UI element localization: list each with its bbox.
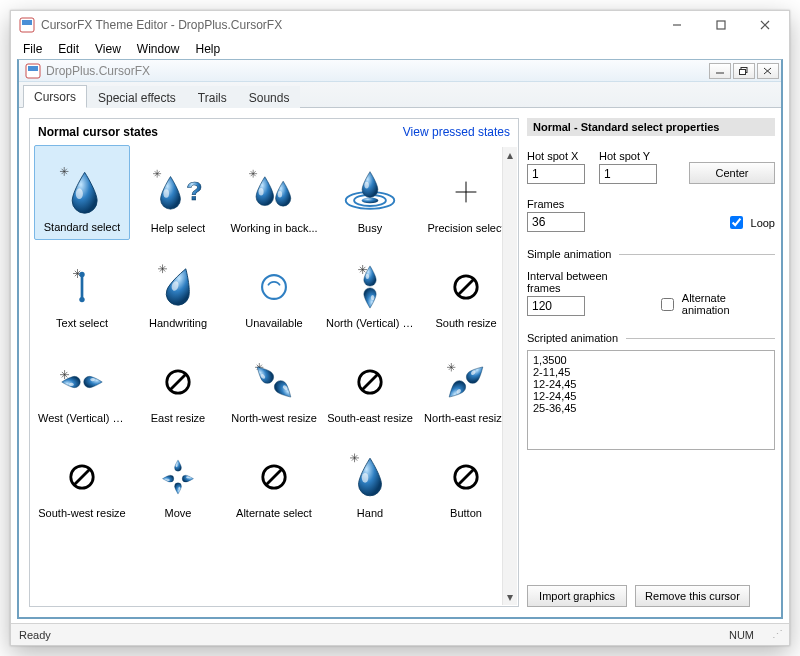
- resize-grip-icon[interactable]: ⋰: [772, 628, 781, 641]
- cursor-label: North (Vertical) r...: [326, 317, 414, 329]
- tab-cursors[interactable]: Cursors: [23, 85, 87, 108]
- cursor-label: East resize: [151, 412, 205, 424]
- cursor-item[interactable]: South resize: [418, 240, 514, 335]
- view-pressed-states-link[interactable]: View pressed states: [403, 125, 510, 139]
- cursor-thumbnail: [438, 356, 494, 408]
- cursor-item[interactable]: South-west resize: [34, 430, 130, 525]
- loop-checkbox[interactable]: [730, 216, 743, 229]
- cursor-label: Precision select: [427, 222, 504, 234]
- app-title: CursorFX Theme Editor - DropPlus.CursorF…: [41, 18, 655, 32]
- properties-title: Normal - Standard select properties: [527, 118, 775, 136]
- svg-text:?: ?: [186, 176, 202, 206]
- svg-rect-1: [22, 20, 32, 25]
- hotspot-y-label: Hot spot Y: [599, 150, 657, 162]
- cursor-item[interactable]: Hand: [322, 430, 418, 525]
- cursor-label: South-west resize: [38, 507, 125, 519]
- cursor-label: Button: [450, 507, 482, 519]
- hotspot-y-input[interactable]: [599, 164, 657, 184]
- cursor-label: Text select: [56, 317, 108, 329]
- script-textarea[interactable]: [527, 350, 775, 450]
- menu-edit[interactable]: Edit: [50, 40, 87, 58]
- document-icon: [25, 63, 41, 79]
- cursor-label: Move: [165, 507, 192, 519]
- cursor-item[interactable]: Standard select: [34, 145, 130, 240]
- cursor-item[interactable]: North (Vertical) r...: [322, 240, 418, 335]
- menu-file[interactable]: File: [15, 40, 50, 58]
- cursor-label: South-east resize: [327, 412, 413, 424]
- content-area: Normal cursor states View pressed states…: [19, 108, 781, 617]
- tab-sounds[interactable]: Sounds: [238, 86, 301, 108]
- cursor-thumbnail: [246, 356, 302, 408]
- cursor-item[interactable]: Handwriting: [130, 240, 226, 335]
- document-restore-button[interactable]: [733, 63, 755, 79]
- menu-help[interactable]: Help: [188, 40, 229, 58]
- cursor-label: Help select: [151, 222, 205, 234]
- cursor-item[interactable]: North-east resize: [418, 335, 514, 430]
- titlebar: CursorFX Theme Editor - DropPlus.CursorF…: [11, 11, 789, 39]
- document-minimize-button[interactable]: [709, 63, 731, 79]
- cursor-item[interactable]: Busy: [322, 145, 418, 240]
- center-button[interactable]: Center: [689, 162, 775, 184]
- svg-point-22: [262, 275, 286, 299]
- divider: [626, 338, 775, 339]
- app-window: CursorFX Theme Editor - DropPlus.CursorF…: [10, 10, 790, 646]
- cursor-label: Working in back...: [230, 222, 317, 234]
- status-text: Ready: [19, 629, 51, 641]
- scroll-down-arrow-icon[interactable]: ▾: [503, 589, 517, 605]
- document-close-button[interactable]: [757, 63, 779, 79]
- properties-panel: Normal - Standard select properties Hot …: [527, 118, 775, 607]
- cursor-thumbnail: [150, 356, 206, 408]
- app-icon: [19, 17, 35, 33]
- menubar: File Edit View Window Help: [11, 39, 789, 59]
- cursor-item[interactable]: West (Vertical) re...: [34, 335, 130, 430]
- cursor-thumbnail: [342, 356, 398, 408]
- statusbar: Ready NUM ⋰: [11, 623, 789, 645]
- document-window: DropPlus.CursorFX Cursors Special effect…: [17, 59, 783, 619]
- scripted-animation-group-label: Scripted animation: [527, 332, 618, 344]
- cursor-label: Busy: [358, 222, 382, 234]
- svg-rect-3: [717, 21, 725, 29]
- cursor-item[interactable]: East resize: [130, 335, 226, 430]
- minimize-button[interactable]: [655, 13, 699, 37]
- alternate-animation-checkbox[interactable]: [661, 298, 674, 311]
- svg-rect-7: [28, 66, 38, 71]
- menu-view[interactable]: View: [87, 40, 129, 58]
- scroll-up-arrow-icon[interactable]: ▴: [503, 147, 517, 163]
- maximize-button[interactable]: [699, 13, 743, 37]
- cursor-item[interactable]: Precision select: [418, 145, 514, 240]
- svg-rect-10: [740, 69, 746, 74]
- cursor-item[interactable]: Text select: [34, 240, 130, 335]
- frames-input[interactable]: [527, 212, 585, 232]
- vertical-scrollbar[interactable]: ▴ ▾: [502, 147, 517, 605]
- cursor-item[interactable]: Move: [130, 430, 226, 525]
- document-title: DropPlus.CursorFX: [46, 64, 707, 78]
- svg-point-16: [362, 198, 379, 204]
- cursor-item[interactable]: ?Help select: [130, 145, 226, 240]
- cursor-item[interactable]: Alternate select: [226, 430, 322, 525]
- tab-special-effects[interactable]: Special effects: [87, 86, 187, 108]
- cursor-label: West (Vertical) re...: [38, 412, 126, 424]
- cursor-item[interactable]: Button: [418, 430, 514, 525]
- cursor-thumbnail: [150, 451, 206, 503]
- close-button[interactable]: [743, 13, 787, 37]
- tab-trails[interactable]: Trails: [187, 86, 238, 108]
- cursor-thumbnail: [54, 356, 110, 408]
- interval-input[interactable]: [527, 296, 585, 316]
- cursor-thumbnail: [438, 451, 494, 503]
- menu-window[interactable]: Window: [129, 40, 188, 58]
- simple-animation-group-label: Simple animation: [527, 248, 611, 260]
- cursor-item[interactable]: Unavailable: [226, 240, 322, 335]
- svg-point-21: [79, 297, 84, 302]
- cursor-item[interactable]: North-west resize: [226, 335, 322, 430]
- remove-cursor-button[interactable]: Remove this cursor: [635, 585, 750, 607]
- cursor-label: Handwriting: [149, 317, 207, 329]
- cursor-item[interactable]: South-east resize: [322, 335, 418, 430]
- cursor-item[interactable]: Working in back...: [226, 145, 322, 240]
- cursor-label: Standard select: [44, 221, 120, 233]
- import-graphics-button[interactable]: Import graphics: [527, 585, 627, 607]
- cursor-list-heading: Normal cursor states: [38, 125, 158, 139]
- hotspot-x-input[interactable]: [527, 164, 585, 184]
- cursor-label: Alternate select: [236, 507, 312, 519]
- svg-point-20: [79, 272, 84, 277]
- cursor-thumbnail: [246, 166, 302, 218]
